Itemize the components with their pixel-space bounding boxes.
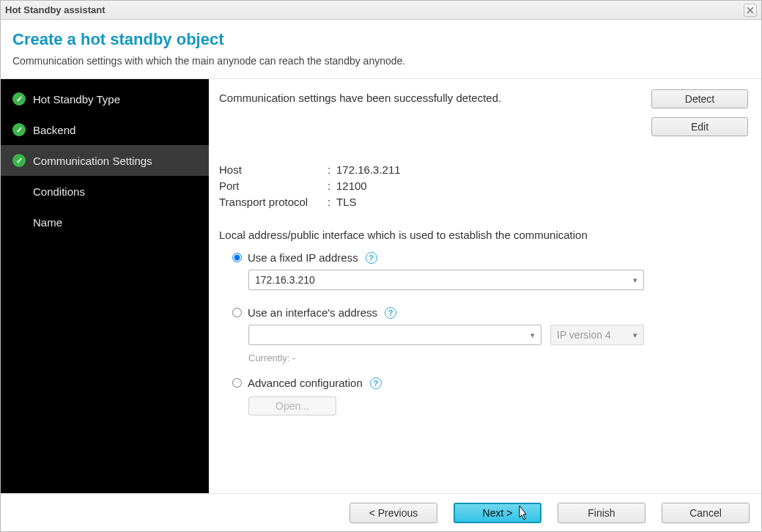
help-icon[interactable]: ?	[370, 377, 382, 389]
edit-button[interactable]: Edit	[651, 117, 748, 136]
sidebar-item-label: Backend	[33, 124, 75, 136]
port-value: 12100	[336, 180, 367, 192]
radio-fixed-ip[interactable]	[232, 253, 242, 262]
dialog-window: Hot Standby assistant Create a hot stand…	[0, 0, 762, 532]
protocol-value: TLS	[336, 196, 357, 208]
next-button[interactable]: Next >	[454, 503, 541, 523]
sidebar-item-label: Name	[33, 216, 62, 229]
connection-info: Host : 172.16.3.211 Port : 12100 Transpo…	[219, 161, 748, 210]
sidebar-item-hot-standby-type[interactable]: ✓ Hot Standby Type	[1, 84, 209, 114]
titlebar: Hot Standby assistant	[1, 1, 761, 20]
radio-fixed-ip-label: Use a fixed IP address	[248, 251, 358, 264]
address-mode-group: Use a fixed IP address ? 172.16.3.210 ▾ …	[219, 251, 748, 415]
sidebar-item-label: Communication Settings	[33, 155, 152, 167]
detect-button[interactable]: Detect	[651, 89, 748, 108]
radio-interface-address[interactable]	[232, 308, 242, 317]
body: ✓ Hot Standby Type ✓ Backend ✓ Communica…	[1, 79, 761, 493]
fixed-ip-select[interactable]: 172.16.3.210 ▾	[248, 270, 644, 290]
check-icon: ✓	[12, 123, 26, 136]
sidebar-item-label: Hot Standby Type	[33, 93, 120, 106]
chevron-down-icon: ▾	[633, 276, 637, 285]
host-value: 172.16.3.211	[336, 163, 401, 176]
sidebar: ✓ Hot Standby Type ✓ Backend ✓ Communica…	[1, 79, 209, 493]
host-label: Host	[219, 163, 328, 176]
finish-button[interactable]: Finish	[558, 503, 646, 523]
chevron-down-icon: ▾	[633, 330, 637, 340]
check-icon: ✓	[12, 92, 26, 106]
chevron-down-icon: ▾	[530, 330, 535, 340]
local-address-label: Local address/public interface which is …	[219, 229, 748, 241]
interface-select[interactable]: ▾	[248, 325, 541, 345]
protocol-label: Transport protocol	[219, 196, 328, 208]
radio-interface-address-label: Use an interface's address	[248, 306, 377, 319]
radio-advanced-config-label: Advanced configuration	[248, 377, 363, 389]
sidebar-item-name[interactable]: Name	[1, 207, 209, 237]
currently-label: Currently: -	[248, 352, 644, 363]
status-text: Communication settings have been success…	[219, 89, 643, 136]
check-icon: ✓	[12, 154, 26, 167]
close-icon	[747, 7, 754, 14]
sidebar-item-conditions[interactable]: Conditions	[1, 176, 209, 207]
main-panel: Communication settings have been success…	[209, 79, 761, 493]
sidebar-item-backend[interactable]: ✓ Backend	[1, 114, 209, 145]
cancel-button[interactable]: Cancel	[662, 503, 750, 523]
help-icon[interactable]: ?	[385, 307, 396, 319]
open-button: Open...	[248, 396, 336, 415]
port-label: Port	[219, 180, 328, 192]
sidebar-item-label: Conditions	[33, 185, 85, 198]
help-icon[interactable]: ?	[366, 252, 377, 264]
ip-version-value: IP version 4	[557, 329, 611, 341]
page-title: Create a hot standby object	[12, 30, 750, 49]
fixed-ip-value: 172.16.3.210	[255, 274, 315, 286]
window-title: Hot Standby assistant	[5, 4, 106, 15]
previous-button[interactable]: < Previous	[349, 503, 437, 523]
page-subtitle: Communication settings with which the ma…	[12, 55, 750, 67]
radio-advanced-config[interactable]	[232, 378, 242, 388]
close-button[interactable]	[744, 4, 757, 17]
sidebar-item-communication-settings[interactable]: ✓ Communication Settings	[1, 145, 209, 176]
header: Create a hot standby object Communicatio…	[1, 20, 761, 79]
footer: < Previous Next > Finish Cancel	[1, 493, 761, 531]
ip-version-select[interactable]: IP version 4 ▾	[550, 325, 644, 345]
